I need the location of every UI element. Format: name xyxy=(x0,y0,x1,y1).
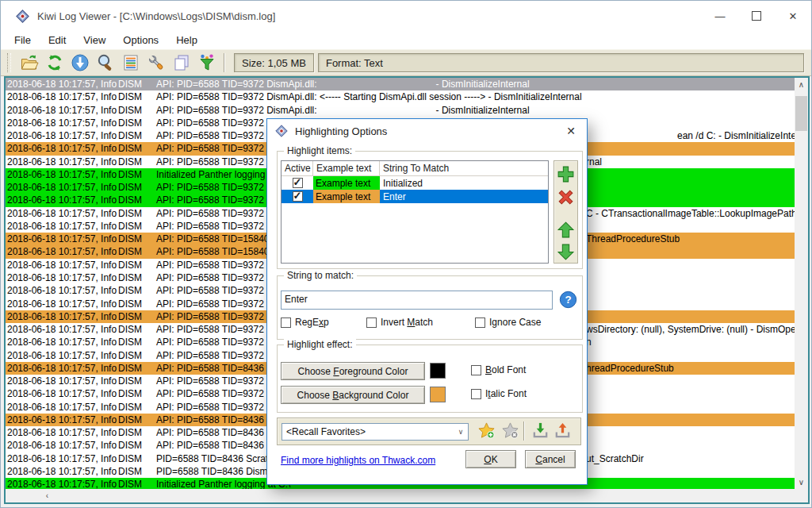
log-timestamp: 2018-06-18 10:17:57, Info xyxy=(7,350,117,361)
choose-foreground-color-button[interactable]: Choose Foreground Color xyxy=(281,362,425,380)
thwack-link[interactable]: Find more highlights on Thwack.com xyxy=(281,455,435,466)
example-text-cell: Example text xyxy=(313,190,380,203)
file-size-box: Size: 1,05 MB xyxy=(234,53,314,72)
move-up-button[interactable] xyxy=(556,220,576,240)
recall-favorites-dropdown[interactable]: <Recall Favorites> ∨ xyxy=(282,423,469,441)
match-string-input[interactable]: Enter xyxy=(281,291,553,310)
log-source: DISM xyxy=(118,350,142,361)
ignore-case-checkbox[interactable]: Ignore Case xyxy=(475,317,541,328)
col-header-match[interactable]: String To Match xyxy=(380,161,548,175)
log-row[interactable]: 2018-06-18 10:17:57, InfoDISMAPI: PID=65… xyxy=(6,104,795,117)
log-timestamp: 2018-06-18 10:17:57, Info xyxy=(7,156,117,167)
log-message-continued: wsDirectory: (null), SystemDrive: (null)… xyxy=(586,324,795,335)
scroll-down-icon[interactable]: ∨ xyxy=(795,475,808,489)
col-header-active[interactable]: Active xyxy=(282,161,313,175)
dialog-logo-icon xyxy=(275,125,288,137)
log-message-continued: ean /d C: - DismInitializeInternal xyxy=(677,130,795,141)
regexp-checkbox-box[interactable] xyxy=(281,318,291,328)
bold-font-label: Bold Font xyxy=(485,364,526,375)
log-timestamp: 2018-06-18 10:17:57, Info xyxy=(7,117,117,129)
add-highlight-button[interactable] xyxy=(556,164,576,184)
log-timestamp: 2018-06-18 10:17:57, Info xyxy=(7,337,117,348)
italic-font-checkbox[interactable]: Italic Font xyxy=(471,388,527,399)
log-source: DISM xyxy=(118,479,142,489)
vertical-scrollbar[interactable]: ∧ ∨ xyxy=(795,78,808,489)
log-timestamp: 2018-06-18 10:17:57, Info xyxy=(7,194,117,206)
ignore-case-checkbox-box[interactable] xyxy=(475,318,485,328)
copy-icon[interactable] xyxy=(172,53,191,72)
invert-match-checkbox[interactable]: Invert Match xyxy=(366,317,433,328)
highlight-rule-row[interactable]: Example textInitialized xyxy=(282,176,548,190)
recall-favorites-value: <Recall Favorites> xyxy=(286,426,366,437)
file-size-label: Size: 1,05 MB xyxy=(242,57,306,69)
regexp-checkbox[interactable]: RegExp xyxy=(281,317,329,328)
log-message-continued: hreadProcedureStub xyxy=(586,363,674,374)
import-highlights-button[interactable] xyxy=(531,421,550,440)
export-highlights-button[interactable] xyxy=(553,421,572,440)
export-icon xyxy=(553,421,572,440)
log-source: DISM xyxy=(118,440,142,451)
active-checkbox[interactable] xyxy=(293,178,303,188)
log-row[interactable]: 2018-06-18 10:17:57, InfoDISMAPI: PID=65… xyxy=(6,78,795,90)
log-source: DISM xyxy=(118,260,142,271)
bold-font-checkbox-box[interactable] xyxy=(471,365,481,375)
minimize-button[interactable]: — xyxy=(702,1,738,31)
dialog-close-button[interactable]: ✕ xyxy=(561,121,580,140)
scroll-up-icon[interactable]: ∧ xyxy=(795,78,808,91)
invert-match-checkbox-box[interactable] xyxy=(366,318,377,328)
toolbar-grip[interactable] xyxy=(7,53,11,72)
log-source: DISM xyxy=(118,194,142,206)
log-timestamp: 2018-06-18 10:17:57, Info xyxy=(7,298,117,310)
add-favorite-button[interactable] xyxy=(477,421,496,440)
log-row[interactable]: 2018-06-18 10:17:57, InfoDISMAPI: PID=65… xyxy=(6,90,795,103)
choose-background-color-button[interactable]: Choose Background Color xyxy=(281,386,425,404)
chevron-down-icon[interactable]: ∨ xyxy=(454,428,468,436)
highlight-rule-row[interactable]: Example textEnter xyxy=(282,190,548,203)
app-logo-icon xyxy=(16,10,29,23)
maximize-button[interactable] xyxy=(738,1,775,31)
delete-highlight-button[interactable] xyxy=(556,187,576,207)
move-down-button[interactable] xyxy=(556,242,576,262)
italic-font-checkbox-box[interactable] xyxy=(471,389,481,399)
search-icon[interactable] xyxy=(96,53,115,72)
string-to-match-cell: Enter xyxy=(380,190,548,203)
delete-icon xyxy=(556,187,576,207)
log-source: DISM xyxy=(118,453,142,464)
log-timestamp: 2018-06-18 10:17:57, Info xyxy=(7,246,117,257)
wrench-icon[interactable] xyxy=(147,53,166,72)
log-timestamp: 2018-06-18 10:17:57, Info xyxy=(7,130,117,141)
open-folder-icon[interactable] xyxy=(20,53,39,72)
close-button[interactable]: ✕ xyxy=(775,1,811,31)
active-checkbox[interactable] xyxy=(293,191,303,202)
menu-edit[interactable]: Edit xyxy=(40,33,75,48)
ok-button[interactable]: OK xyxy=(465,450,516,468)
toolbar-separator xyxy=(224,53,224,72)
vertical-scroll-thumb[interactable] xyxy=(795,96,807,131)
col-header-example[interactable]: Example text xyxy=(313,161,380,175)
remove-favorite-button[interactable] xyxy=(501,421,519,440)
log-message: API: PID=6588 TID=9372 DismApi.dll: <---… xyxy=(156,91,582,102)
arrow-up-icon xyxy=(556,220,576,240)
filter-icon[interactable] xyxy=(197,53,216,72)
menu-help[interactable]: Help xyxy=(167,33,206,48)
highlight-items-table: Active Example text String To Match Exam… xyxy=(281,160,549,264)
log-source: DISM xyxy=(118,388,142,399)
example-text-cell: Example text xyxy=(313,176,380,190)
download-icon[interactable] xyxy=(71,53,90,72)
horizontal-scrollbar[interactable]: ‹ xyxy=(6,489,795,502)
help-button[interactable]: ? xyxy=(559,291,577,309)
refresh-icon[interactable] xyxy=(45,53,64,72)
menu-options[interactable]: Options xyxy=(114,33,167,48)
menu-file[interactable]: File xyxy=(6,33,40,48)
menu-view[interactable]: View xyxy=(75,33,114,48)
log-timestamp: 2018-06-18 10:17:57, Info xyxy=(7,440,117,451)
scroll-left-icon[interactable]: ‹ xyxy=(40,489,54,502)
doc-lines-icon[interactable] xyxy=(121,53,140,72)
svg-text:?: ? xyxy=(565,294,571,306)
bold-font-checkbox[interactable]: Bold Font xyxy=(471,364,526,375)
cancel-button[interactable]: Cancel xyxy=(525,450,576,468)
log-message-continued: C - CTransactionalImageTable::LookupImag… xyxy=(586,208,795,219)
highlight-effect-label: Highlight effect: xyxy=(284,339,356,350)
log-timestamp: 2018-06-18 10:17:57, Info xyxy=(7,479,117,489)
log-timestamp: 2018-06-18 10:17:57, Info xyxy=(7,324,117,335)
